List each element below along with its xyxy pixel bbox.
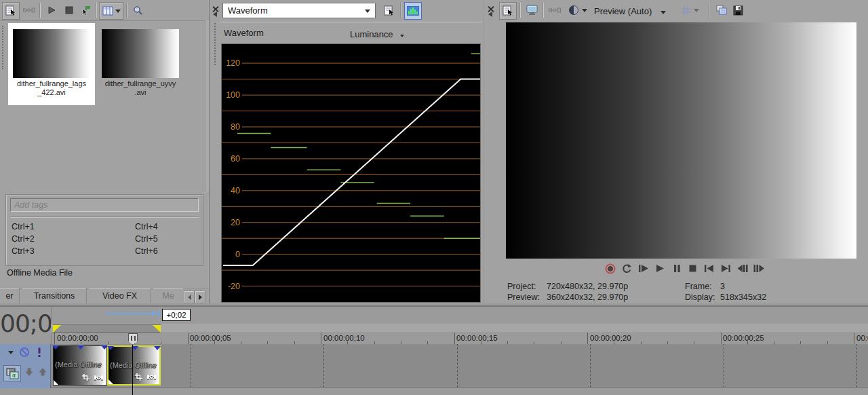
save-floppy-icon: [733, 5, 743, 16]
media-thumbnail-gradient: [13, 29, 90, 78]
track-fx-button[interactable]: α: [3, 365, 21, 381]
toolbar-separator: [708, 3, 709, 18]
media-item-lags422[interactable]: dither_fullrange_lags _422.avi: [8, 23, 95, 105]
shortcut-label: Ctrl+6: [135, 246, 158, 256]
tab-scroll-left-button[interactable]: [184, 290, 195, 303]
chevron-down-icon: [694, 9, 699, 12]
playhead-line[interactable]: [132, 344, 133, 395]
media-scrollbar[interactable]: [205, 20, 209, 191]
views-button[interactable]: [99, 2, 123, 20]
drag-offset-tooltip: +0;02: [162, 309, 191, 321]
scope-mode-select[interactable]: Luminance: [350, 28, 404, 40]
record-button[interactable]: [602, 263, 618, 274]
split-circle-icon: [568, 5, 579, 16]
toolbar-separator: [96, 3, 96, 18]
tag-input[interactable]: [10, 198, 199, 212]
crop-icon[interactable]: [135, 373, 142, 381]
toolbar-separator: [519, 3, 520, 18]
go-to-start-button[interactable]: [701, 263, 717, 274]
media-item-name-line1: dither_fullrange_uyvy: [99, 79, 182, 88]
media-item-uyvy[interactable]: dither_fullrange_uyvy .avi: [99, 23, 182, 105]
corner-handle-icon[interactable]: [54, 380, 58, 385]
preview-quality-select[interactable]: Preview (Auto): [594, 5, 666, 17]
undock-arrow-icon[interactable]: [213, 12, 217, 17]
corner-handle-icon[interactable]: [155, 379, 159, 384]
search-media-button[interactable]: [130, 2, 146, 18]
play-button[interactable]: [652, 263, 667, 274]
play-from-start-button[interactable]: [635, 263, 651, 274]
panel-grip[interactable]: [2, 26, 3, 69]
exclamation-icon: [37, 347, 42, 358]
track-solo-button[interactable]: [37, 347, 42, 360]
toolbar-separator: [542, 3, 543, 18]
video-track[interactable]: (Media Offline (Media Offline: [51, 344, 868, 388]
pause-icon: [672, 264, 682, 273]
scope-type-select[interactable]: Waveform: [222, 3, 376, 18]
clip-icons: [135, 373, 156, 381]
previous-frame-button[interactable]: [734, 263, 750, 274]
tab-media-generators[interactable]: Me: [153, 288, 183, 303]
frame-info-label: Frame:: [685, 282, 712, 291]
pause-button[interactable]: [669, 263, 684, 274]
chevron-down-icon: [365, 10, 370, 13]
scope-settings-button[interactable]: [381, 3, 397, 19]
track-menu-chevron-icon[interactable]: [8, 351, 14, 354]
update-scope-button[interactable]: [404, 2, 422, 20]
media-properties-button[interactable]: [2, 2, 20, 20]
cursor-list-icon: [502, 5, 513, 16]
corner-handle-icon[interactable]: [108, 379, 113, 384]
mute-icon: [19, 347, 30, 358]
window-dock-tabs: er Transitions Video FX Me: [0, 288, 209, 304]
video-track-header: α: [0, 344, 51, 388]
composite-child-button[interactable]: [24, 367, 34, 379]
stop-icon: [64, 5, 74, 15]
loop-start-marker-icon[interactable]: [53, 325, 61, 333]
copy-snapshot-button[interactable]: [713, 2, 730, 18]
media-fx-button[interactable]: [21, 2, 37, 18]
cursor-timecode-display[interactable]: 00;03: [0, 309, 52, 342]
media-status-text: Offline Media File: [7, 268, 73, 278]
tag-box: Ctrl+1 Ctrl+2 Ctrl+3 Ctrl+4 Ctrl+5 Ctrl+…: [5, 194, 203, 266]
video-output-fx-button[interactable]: [547, 2, 563, 18]
media-item-name-line2: _422.avi: [8, 88, 95, 97]
loop-end-marker-icon[interactable]: [153, 325, 161, 333]
stop-preview-button[interactable]: [61, 2, 77, 18]
shortcut-label: Ctrl+2: [12, 234, 35, 244]
scope-subheader: Waveform Luminance: [220, 22, 482, 43]
project-properties-button[interactable]: [499, 2, 517, 20]
tab-scroll-right-button[interactable]: [195, 290, 205, 303]
frame-info-value: 3: [720, 282, 725, 291]
loop-region[interactable]: [53, 324, 161, 333]
corner-handle-icon[interactable]: [102, 380, 106, 385]
project-media-panel: dither_fullrange_lags _422.avi dither_fu…: [0, 0, 210, 303]
start-preview-button[interactable]: [43, 2, 60, 18]
plugin-connector-icon: [549, 6, 561, 14]
chevron-down-icon: [115, 10, 121, 13]
split-screen-view-button[interactable]: [566, 2, 590, 18]
save-snapshot-button[interactable]: [730, 2, 746, 18]
tab-transitions[interactable]: Transitions: [22, 288, 87, 303]
media-toolbar: [0, 0, 210, 21]
timeline-event-2-selected[interactable]: (Media Offline: [107, 345, 161, 385]
time-ruler[interactable]: 00:00:00;00 00:00:00;05 00:00:00;10 00:0…: [51, 333, 868, 345]
go-to-end-button[interactable]: [718, 263, 734, 274]
cursor-list-icon: [5, 5, 16, 16]
external-monitor-button[interactable]: [524, 2, 540, 18]
track-mute-button[interactable]: [19, 347, 30, 360]
loop-playback-button[interactable]: [618, 263, 634, 274]
next-frame-button[interactable]: [751, 263, 767, 274]
preview-overlays-button[interactable]: [678, 2, 701, 18]
flag-cursor-icon: [80, 5, 91, 16]
panel-grip[interactable]: [214, 23, 216, 65]
tab-explorer[interactable]: er: [0, 288, 20, 303]
tab-video-fx[interactable]: Video FX: [89, 288, 151, 303]
crop-icon[interactable]: [82, 374, 90, 381]
film-alpha-icon: α: [6, 368, 19, 379]
copy-frames-icon: [716, 5, 727, 16]
stop-button[interactable]: [685, 263, 701, 274]
timeline-event-1[interactable]: (Media Offline: [53, 345, 107, 385]
composite-parent-button[interactable]: [38, 367, 47, 379]
auto-preview-button[interactable]: [77, 2, 94, 18]
marker-bar[interactable]: [51, 324, 868, 333]
toolbar-separator: [126, 3, 127, 18]
